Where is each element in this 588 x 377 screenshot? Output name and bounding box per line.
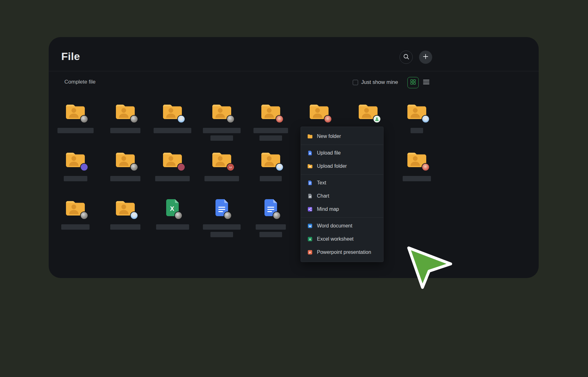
menu-item-label: Mind map <box>317 206 339 212</box>
file-item[interactable] <box>55 150 96 181</box>
context-menu: New folder Upload file Upload folder Tex… <box>301 127 384 262</box>
folder-icon <box>115 199 136 217</box>
file-name-placeholder <box>210 135 233 141</box>
menu-item-label: Powerpoint presentation <box>317 249 371 255</box>
file-name-placeholder <box>411 128 423 133</box>
member-avatar <box>178 164 185 171</box>
menu-item-label: Text <box>317 180 326 186</box>
member-avatar <box>81 212 88 219</box>
file-name-placeholder <box>203 224 241 230</box>
folder-icon <box>406 150 427 168</box>
menu-item-word-document[interactable]: W Word document <box>301 219 383 232</box>
word-icon: W <box>307 223 313 229</box>
menu-item-label: Excel worksheet <box>317 236 354 242</box>
folder-icon <box>65 102 86 120</box>
member-avatar: LI <box>227 164 234 171</box>
member-avatar <box>224 212 231 219</box>
file-name-placeholder <box>204 176 239 181</box>
member-avatar <box>422 164 429 171</box>
excel-file-icon: X <box>165 199 180 217</box>
file-item[interactable] <box>250 102 291 141</box>
member-avatar <box>273 212 280 219</box>
folder-icon <box>115 150 136 168</box>
folder-icon <box>406 102 427 120</box>
svg-text:P: P <box>309 251 311 254</box>
svg-text:X: X <box>309 238 311 241</box>
file-item[interactable] <box>299 102 340 120</box>
file-item[interactable]: LI <box>201 150 242 181</box>
menu-item-mind-map[interactable]: Mind map <box>301 203 383 216</box>
chart-icon <box>307 193 313 199</box>
file-item[interactable] <box>201 199 242 237</box>
menu-item-chart[interactable]: Chart <box>301 189 383 203</box>
folder-icon <box>115 102 136 120</box>
upload-folder-icon <box>307 163 313 169</box>
folder-icon <box>260 150 281 168</box>
menu-item-upload-folder[interactable]: Upload folder <box>301 160 383 173</box>
file-name-placeholder <box>253 128 288 133</box>
file-name-placeholder <box>210 232 233 237</box>
folder-icon <box>65 150 86 168</box>
svg-text:W: W <box>309 225 312 228</box>
file-name-placeholder <box>110 128 140 133</box>
file-item[interactable] <box>105 102 146 133</box>
member-avatar <box>81 164 88 171</box>
folder-icon <box>307 134 313 139</box>
file-item[interactable] <box>396 102 437 133</box>
file-name-placeholder <box>61 224 90 230</box>
file-name-placeholder <box>260 176 282 181</box>
member-avatar <box>175 212 182 219</box>
folder-icon <box>211 102 232 120</box>
folder-icon <box>65 199 86 217</box>
file-item[interactable] <box>250 150 291 181</box>
file-item[interactable] <box>250 199 291 237</box>
file-name-placeholder <box>110 176 140 181</box>
menu-item-text[interactable]: Text <box>301 176 383 189</box>
file-item[interactable] <box>55 199 96 230</box>
upload-file-icon <box>307 150 313 156</box>
menu-item-label: Word document <box>317 223 352 229</box>
file-item[interactable] <box>348 102 389 120</box>
menu-item-new-folder[interactable]: New folder <box>301 130 383 143</box>
member-avatar <box>178 116 185 123</box>
file-name-placeholder <box>259 232 282 237</box>
member-avatar <box>422 116 429 123</box>
file-item[interactable] <box>396 150 437 181</box>
file-item[interactable] <box>105 199 146 230</box>
menu-item-excel-worksheet[interactable]: X Excel worksheet <box>301 232 383 246</box>
menu-item-label: Chart <box>317 193 329 199</box>
file-name-placeholder <box>259 135 282 141</box>
context-menu-group: Upload file Upload folder <box>301 145 383 174</box>
menu-item-upload-file[interactable]: Upload file <box>301 146 383 160</box>
mindmap-icon <box>307 206 313 212</box>
excel-icon: X <box>307 236 313 242</box>
menu-item-label: Upload file <box>317 150 341 156</box>
file-item[interactable] <box>152 150 193 181</box>
svg-text:X: X <box>170 205 174 212</box>
file-item[interactable] <box>55 102 96 133</box>
document-file-icon <box>263 199 278 217</box>
file-name-placeholder <box>64 176 87 181</box>
text-icon <box>307 180 313 186</box>
desktop-background: { "window": { "title": "File" }, "header… <box>0 0 588 377</box>
file-name-placeholder <box>154 128 191 133</box>
file-item[interactable] <box>201 102 242 141</box>
member-avatar <box>324 116 331 123</box>
menu-item-label: Upload folder <box>317 163 347 169</box>
context-menu-group: W Word document X Excel worksheet P Powe… <box>301 217 383 260</box>
file-name-placeholder <box>256 224 286 230</box>
file-name-placeholder <box>110 224 140 230</box>
file-item[interactable] <box>152 102 193 133</box>
file-item[interactable] <box>105 150 146 181</box>
member-avatar <box>131 164 138 171</box>
folder-icon <box>358 102 378 120</box>
file-name-placeholder <box>155 176 190 181</box>
menu-item-label: New folder <box>317 134 341 139</box>
member-avatar <box>373 116 380 123</box>
member-avatar <box>276 164 283 171</box>
member-avatar <box>276 116 283 123</box>
document-file-icon <box>214 199 229 217</box>
file-item[interactable]: X <box>152 199 193 230</box>
menu-item-powerpoint-presentation[interactable]: P Powerpoint presentation <box>301 246 383 259</box>
file-name-placeholder <box>156 224 189 230</box>
